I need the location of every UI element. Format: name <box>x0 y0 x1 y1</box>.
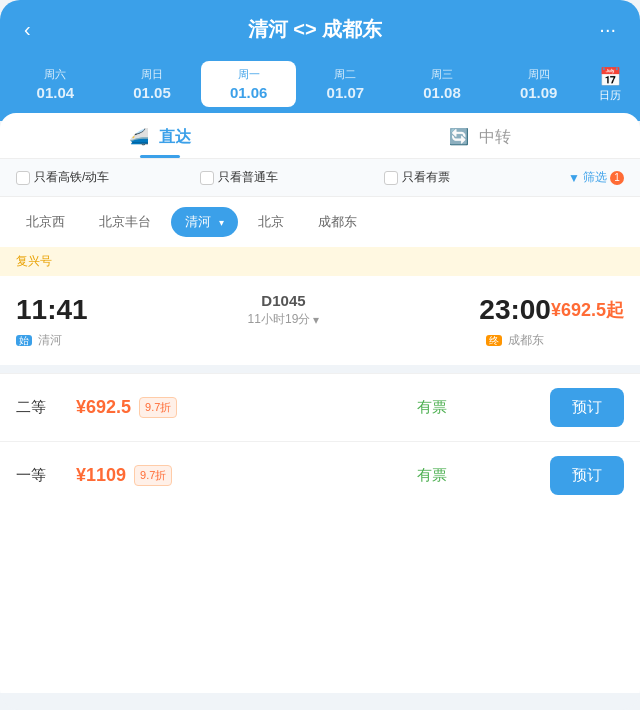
week-label-2: 周一 <box>205 67 292 82</box>
station-tab-3[interactable]: 北京 <box>244 207 298 237</box>
station-tab-2-label: 清河 <box>185 214 211 229</box>
book-button-first[interactable]: 预订 <box>550 456 624 495</box>
filter-available-label: 只看有票 <box>402 169 450 186</box>
seat-price-num-second: ¥692.5 <box>76 397 131 418</box>
seat-availability-first: 有票 <box>313 466 550 485</box>
app-container: ‹ 清河 <> 成都东 ··· 周六 01.04 周日 01.05 周一 01.… <box>0 0 640 710</box>
date-tab-5[interactable]: 周四 01.09 <box>491 61 586 107</box>
calendar-label: 日历 <box>599 89 621 101</box>
discount-badge-second: 9.7折 <box>139 397 177 418</box>
seat-type-first: 一等 <box>16 466 76 485</box>
date-label-2: 01.06 <box>205 84 292 101</box>
train-icon: 🚄 <box>129 128 149 145</box>
train-info-center: D1045 11小时19分 ▾ <box>88 292 480 328</box>
date-tab-0[interactable]: 周六 01.04 <box>8 61 103 107</box>
dest-tag: 终 <box>486 335 502 346</box>
discount-badge-first: 9.7折 <box>134 465 172 486</box>
date-tab-1[interactable]: 周日 01.05 <box>105 61 200 107</box>
seat-row-second: 二等 ¥692.5 9.7折 有票 预订 <box>0 373 640 441</box>
week-label-5: 周四 <box>495 67 582 82</box>
train-price: ¥692.5起 <box>551 298 624 322</box>
filter-normal-label: 只看普通车 <box>218 169 278 186</box>
date-label-4: 01.08 <box>399 84 486 101</box>
filter-normal[interactable]: 只看普通车 <box>200 169 376 186</box>
date-tab-2[interactable]: 周一 01.06 <box>201 61 296 107</box>
back-button[interactable]: ‹ <box>16 14 39 45</box>
week-label-3: 周二 <box>302 67 389 82</box>
book-button-second[interactable]: 预订 <box>550 388 624 427</box>
chevron-down-icon: ▾ <box>219 217 224 228</box>
station-tab-4[interactable]: 成都东 <box>304 207 371 237</box>
train-section-label: 复兴号 <box>0 247 640 276</box>
filter-icon: ▼ <box>568 171 580 185</box>
checkbox-normal[interactable] <box>200 171 214 185</box>
checkbox-available[interactable] <box>384 171 398 185</box>
filter-row: 只看高铁/动车 只看普通车 只看有票 ▼ 筛选 1 <box>0 159 640 197</box>
week-label-1: 周日 <box>109 67 196 82</box>
seat-availability-second: 有票 <box>313 398 550 417</box>
seat-price-second: ¥692.5 9.7折 <box>76 397 313 418</box>
train-sub-row: 始 清河 终 成都东 <box>16 332 624 349</box>
station-tabs: 北京西 北京丰台 清河 ▾ 北京 成都东 <box>0 197 640 247</box>
filter-highspeed[interactable]: 只看高铁/动车 <box>16 169 192 186</box>
train-arrive-time: 23:00 <box>479 294 551 326</box>
train-number: D1045 <box>100 292 468 309</box>
header: ‹ 清河 <> 成都东 ··· <box>0 0 640 55</box>
more-button[interactable]: ··· <box>591 14 624 45</box>
checkbox-highspeed[interactable] <box>16 171 30 185</box>
mode-tab-direct-label: 直达 <box>159 128 191 145</box>
week-label-0: 周六 <box>12 67 99 82</box>
transfer-icon: 🔄 <box>449 128 469 145</box>
main-content: 🚄 直达 🔄 中转 只看高铁/动车 只看普通车 只看有票 <box>0 113 640 693</box>
train-card: 11:41 D1045 11小时19分 ▾ 23:00 ¥692.5起 始 清河 <box>0 276 640 373</box>
dest-station-name: 成都东 <box>508 333 544 347</box>
chevron-down-icon-2: ▾ <box>313 313 319 327</box>
date-tab-3[interactable]: 周二 01.07 <box>298 61 393 107</box>
page-title: 清河 <> 成都东 <box>39 16 592 43</box>
mode-tab-direct[interactable]: 🚄 直达 <box>0 113 320 158</box>
date-tab-4[interactable]: 周三 01.08 <box>395 61 490 107</box>
origin-station-label: 始 清河 <box>16 332 62 349</box>
date-label-0: 01.04 <box>12 84 99 101</box>
train-duration: 11小时19分 ▾ <box>100 311 468 328</box>
dest-station-label: 终 成都东 <box>486 332 544 349</box>
mode-tab-transfer-label: 中转 <box>479 128 511 145</box>
filter-btn-label: 筛选 <box>583 169 607 186</box>
station-tab-0[interactable]: 北京西 <box>12 207 79 237</box>
date-label-5: 01.09 <box>495 84 582 101</box>
filter-highspeed-label: 只看高铁/动车 <box>34 169 109 186</box>
mode-tab-transfer[interactable]: 🔄 中转 <box>320 113 640 158</box>
week-label-4: 周三 <box>399 67 486 82</box>
train-main-row: 11:41 D1045 11小时19分 ▾ 23:00 ¥692.5起 <box>16 292 624 328</box>
filter-badge: 1 <box>610 171 624 185</box>
filter-button[interactable]: ▼ 筛选 1 <box>568 169 624 186</box>
calendar-icon: 📅 <box>588 66 632 88</box>
train-depart-time: 11:41 <box>16 294 88 326</box>
mode-tabs: 🚄 直达 🔄 中转 <box>0 113 640 159</box>
filter-available[interactable]: 只看有票 <box>384 169 560 186</box>
date-label-1: 01.05 <box>109 84 196 101</box>
origin-tag: 始 <box>16 335 32 346</box>
calendar-button[interactable]: 📅 日历 <box>588 66 632 103</box>
seat-type-second: 二等 <box>16 398 76 417</box>
date-label-3: 01.07 <box>302 84 389 101</box>
seat-price-first: ¥1109 9.7折 <box>76 465 313 486</box>
origin-station-name: 清河 <box>38 333 62 347</box>
seat-price-num-first: ¥1109 <box>76 465 126 486</box>
station-tab-2[interactable]: 清河 ▾ <box>171 207 238 237</box>
date-tabs-container: 周六 01.04 周日 01.05 周一 01.06 周二 01.07 周三 0… <box>0 55 640 121</box>
station-tab-1[interactable]: 北京丰台 <box>85 207 165 237</box>
seat-row-first: 一等 ¥1109 9.7折 有票 预订 <box>0 441 640 509</box>
train-duration-text: 11小时19分 <box>248 311 311 328</box>
